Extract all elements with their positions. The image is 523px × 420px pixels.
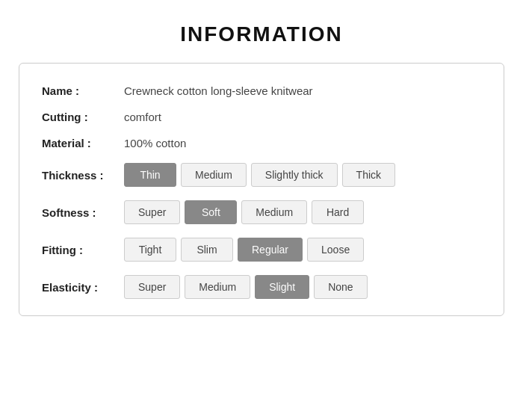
elasticity-label: Elasticity : (42, 281, 124, 294)
fitting-regular-button[interactable]: Regular (238, 238, 303, 262)
fitting-row: Fitting : Tight Slim Regular Loose (42, 238, 481, 262)
name-value: Crewneck cotton long-sleeve knitwear (124, 84, 313, 97)
thickness-slightly-thick-button[interactable]: Slightly thick (251, 163, 338, 187)
thickness-group: Thin Medium Slightly thick Thick (124, 163, 395, 187)
cutting-value: comfort (124, 111, 161, 123)
elasticity-none-button[interactable]: None (314, 275, 367, 299)
elasticity-medium-button[interactable]: Medium (185, 275, 250, 299)
material-label: Material : (42, 137, 124, 149)
cutting-row: Cutting : comfort (42, 111, 481, 123)
elasticity-group: Super Medium Slight None (124, 275, 368, 299)
info-card: Name : Crewneck cotton long-sleeve knitw… (19, 63, 504, 316)
thickness-row: Thickness : Thin Medium Slightly thick T… (42, 163, 481, 187)
softness-medium-button[interactable]: Medium (241, 200, 307, 224)
thickness-medium-button[interactable]: Medium (181, 163, 247, 187)
fitting-label: Fitting : (42, 244, 124, 256)
thickness-thick-button[interactable]: Thick (342, 163, 395, 187)
page-title: INFORMATION (180, 22, 342, 46)
softness-label: Softness : (42, 206, 124, 219)
elasticity-slight-button[interactable]: Slight (255, 275, 309, 299)
material-value: 100% cotton (124, 137, 186, 149)
name-label: Name : (42, 84, 124, 97)
cutting-label: Cutting : (42, 111, 124, 123)
softness-row: Softness : Super Soft Medium Hard (42, 200, 481, 224)
softness-group: Super Soft Medium Hard (124, 200, 364, 224)
material-row: Material : 100% cotton (42, 137, 481, 149)
thickness-label: Thickness : (42, 169, 124, 182)
elasticity-super-button[interactable]: Super (124, 275, 180, 299)
fitting-tight-button[interactable]: Tight (124, 238, 176, 262)
fitting-loose-button[interactable]: Loose (307, 238, 364, 262)
softness-soft-button[interactable]: Soft (185, 200, 237, 224)
softness-super-button[interactable]: Super (124, 200, 180, 224)
fitting-slim-button[interactable]: Slim (181, 238, 233, 262)
thickness-thin-button[interactable]: Thin (124, 163, 176, 187)
elasticity-row: Elasticity : Super Medium Slight None (42, 275, 481, 299)
softness-hard-button[interactable]: Hard (312, 200, 364, 224)
fitting-group: Tight Slim Regular Loose (124, 238, 364, 262)
name-row: Name : Crewneck cotton long-sleeve knitw… (42, 84, 481, 97)
